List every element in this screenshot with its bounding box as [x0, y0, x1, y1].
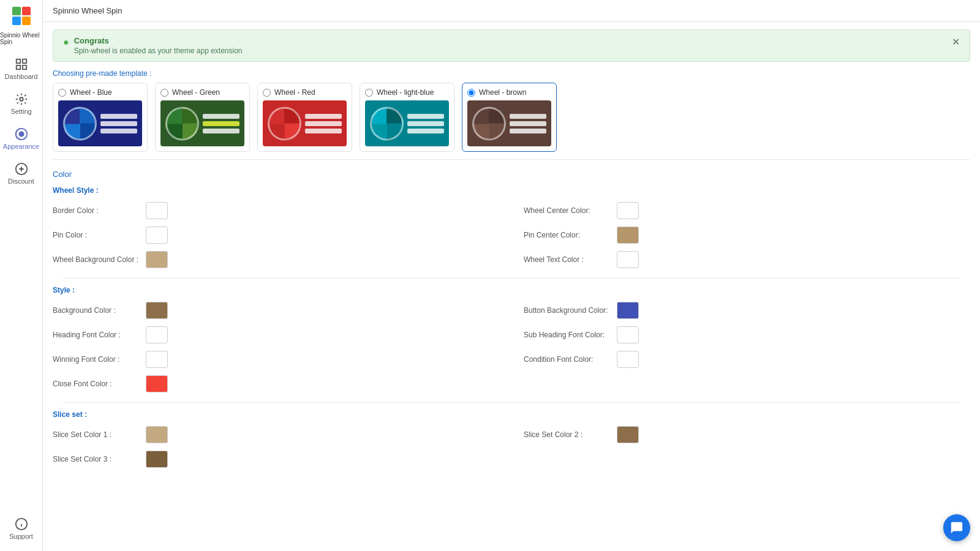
wheel-graphic-blue: [58, 100, 142, 146]
alert-title: Congrats: [74, 36, 243, 45]
template-label-blue: Wheel - Blue: [70, 88, 112, 97]
alert-close-button[interactable]: ✕: [952, 36, 960, 48]
template-img-brown: [467, 100, 551, 146]
svg-rect-0: [12, 7, 21, 15]
wheel-circle-brown: [472, 107, 506, 140]
alert-subtitle: Spin-wheel is enabled as your theme app …: [74, 47, 243, 55]
wheel-panel-brown: [510, 114, 546, 133]
color-section-title: Color: [53, 170, 970, 179]
bg-color-label: Background Color :: [53, 306, 138, 315]
svg-rect-3: [22, 17, 31, 25]
border-color-swatch[interactable]: [146, 202, 168, 219]
svg-rect-1: [22, 7, 31, 15]
slice-set-grid: Slice Set Color 1 : Slice Set Color 2 : …: [53, 426, 970, 468]
sidebar-item-discount[interactable]: Discount: [0, 157, 42, 190]
winning-font-color-label: Winning Font Color :: [53, 355, 138, 364]
wheel-panel-lightblue: [407, 114, 444, 133]
sidebar-item-support[interactable]: Support: [6, 514, 37, 544]
panel-bar: [203, 114, 239, 119]
pin-color-swatch[interactable]: [146, 227, 168, 244]
sidebar-bottom: Support: [6, 514, 37, 551]
wheel-panel-green: [203, 114, 239, 133]
sub-heading-font-color-swatch[interactable]: [617, 326, 639, 343]
color-row-close-font: Close Font Color :: [53, 375, 499, 392]
winning-font-color-swatch[interactable]: [146, 351, 168, 368]
divider-2: [62, 278, 960, 279]
success-alert: ● Congrats Spin-wheel is enabled as your…: [53, 29, 970, 62]
main-content: Spinnio Wheel Spin ● Congrats Spin-wheel…: [43, 0, 980, 551]
close-font-color-swatch[interactable]: [146, 375, 168, 392]
template-radio-brown[interactable]: [467, 89, 475, 97]
color-row-heading-font: Heading Font Color :: [53, 326, 499, 343]
topbar-title: Spinnio Wheel Spin: [53, 6, 122, 15]
panel-bar: [100, 121, 137, 126]
slice-color-2-label: Slice Set Color 2 :: [524, 430, 609, 439]
wheel-graphic-green: [160, 100, 244, 146]
condition-font-color-label: Condition Font Color:: [524, 355, 609, 364]
slice-color-1-label: Slice Set Color 1 :: [53, 430, 138, 439]
panel-bar: [203, 129, 239, 133]
wheel-panel-red: [305, 114, 342, 133]
panel-bar: [305, 114, 342, 119]
color-row-slice-1: Slice Set Color 1 :: [53, 426, 499, 443]
wheel-bg-color-swatch[interactable]: [146, 251, 168, 268]
color-row-border: Border Color :: [53, 202, 499, 219]
heading-font-color-label: Heading Font Color :: [53, 331, 138, 339]
alert-icon: ●: [63, 37, 69, 48]
panel-bar: [203, 121, 239, 126]
svg-rect-7: [22, 66, 26, 69]
template-radio-green[interactable]: [160, 89, 168, 97]
sidebar-item-appearance[interactable]: Appearance: [0, 122, 42, 155]
template-label-brown: Wheel - brown: [479, 88, 526, 97]
condition-font-color-swatch[interactable]: [617, 351, 639, 368]
sidebar-item-setting[interactable]: Setting: [0, 88, 42, 120]
sidebar: Spinnio Wheel Spin Dashboard Setting App…: [0, 0, 43, 551]
pin-center-color-swatch[interactable]: [617, 227, 639, 244]
btn-bg-color-label: Button Background Color:: [524, 306, 609, 315]
heading-font-color-swatch[interactable]: [146, 326, 168, 343]
svg-rect-5: [22, 59, 26, 63]
pin-center-color-label: Pin Center Color:: [524, 231, 609, 239]
template-card-brown[interactable]: Wheel - brown: [462, 83, 557, 152]
chat-bubble[interactable]: [943, 514, 970, 541]
divider-1: [53, 159, 970, 160]
svg-point-10: [19, 132, 23, 136]
template-radio-blue[interactable]: [58, 89, 66, 97]
wheel-graphic-brown: [467, 100, 551, 146]
panel-bar: [100, 129, 137, 133]
svg-rect-6: [16, 66, 20, 69]
template-radio-lightblue[interactable]: [365, 89, 373, 97]
template-section-label: Choosing pre-made template :: [53, 69, 970, 78]
color-row-slice-3: Slice Set Color 3 :: [53, 451, 499, 468]
panel-bar: [305, 121, 342, 126]
template-card-lightblue[interactable]: Wheel - light-blue: [360, 83, 454, 152]
template-img-lightblue: [365, 100, 449, 146]
wheel-graphic-lightblue: [365, 100, 449, 146]
style-grid: Background Color : Button Background Col…: [53, 302, 970, 392]
template-card-blue[interactable]: Wheel - Blue: [53, 83, 148, 152]
color-row-pin: Pin Color :: [53, 227, 499, 244]
sidebar-item-dashboard[interactable]: Dashboard: [0, 53, 42, 85]
color-row-bg: Background Color :: [53, 302, 499, 319]
wheel-style-title: Wheel Style :: [53, 186, 970, 195]
template-card-green[interactable]: Wheel - Green: [155, 83, 250, 152]
wheel-center-color-swatch[interactable]: [617, 202, 639, 219]
bg-color-swatch[interactable]: [146, 302, 168, 319]
color-row-pin-center: Pin Center Color:: [524, 227, 970, 244]
wheel-bg-color-label: Wheel Background Color :: [53, 255, 138, 264]
style-title: Style :: [53, 286, 970, 294]
template-card-red[interactable]: Wheel - Red: [257, 83, 352, 152]
template-radio-red[interactable]: [263, 89, 271, 97]
slice-color-3-swatch[interactable]: [146, 451, 168, 468]
border-color-label: Border Color :: [53, 206, 138, 215]
slice-color-1-swatch[interactable]: [146, 426, 168, 443]
wheel-text-color-label: Wheel Text Color :: [524, 255, 609, 264]
template-img-green: [160, 100, 244, 146]
slice-color-2-swatch[interactable]: [617, 426, 639, 443]
wheel-text-color-swatch[interactable]: [617, 251, 639, 268]
template-card-header-red: Wheel - Red: [263, 88, 347, 97]
color-row-wheel-text: Wheel Text Color :: [524, 251, 970, 268]
pin-color-label: Pin Color :: [53, 231, 138, 239]
btn-bg-color-swatch[interactable]: [617, 302, 639, 319]
color-row-sub-heading-font: Sub Heading Font Color:: [524, 326, 970, 343]
